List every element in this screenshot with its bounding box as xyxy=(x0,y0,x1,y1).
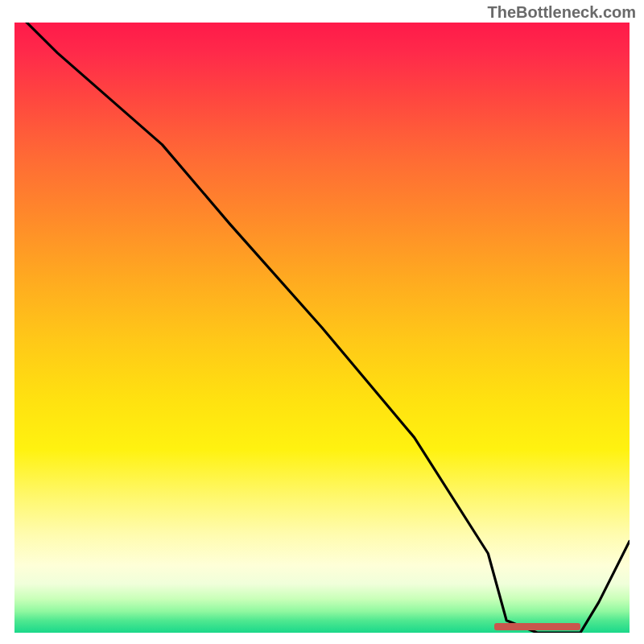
chart-container xyxy=(14,23,630,633)
gradient-background xyxy=(14,23,630,633)
optimal-range-marker xyxy=(494,623,580,630)
plot-area xyxy=(14,23,630,633)
watermark-text: TheBottleneck.com xyxy=(488,3,636,22)
